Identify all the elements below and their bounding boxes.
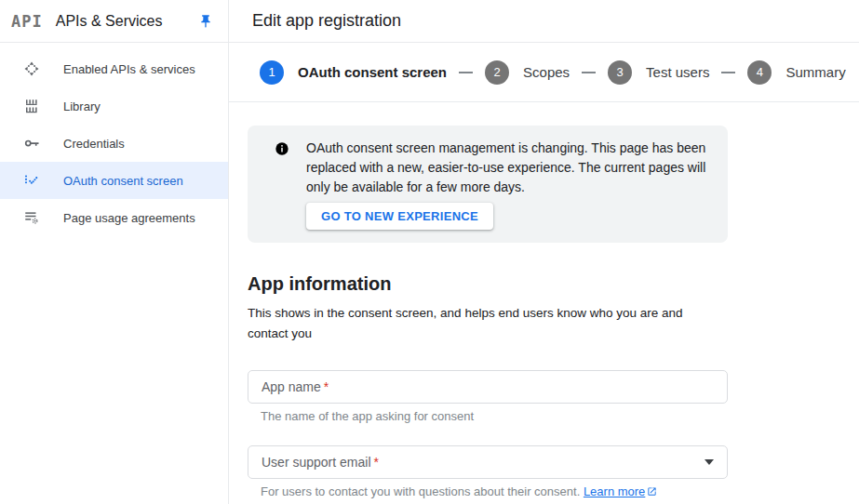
sidebar-item-label: Enabled APIs & services xyxy=(63,62,195,76)
step-number: 1 xyxy=(260,60,284,85)
main-panel: Edit app registration 1 OAuth consent sc… xyxy=(228,0,859,504)
dropdown-caret-icon xyxy=(705,459,714,465)
app-name-field-group: App name * The name of the app asking fo… xyxy=(248,370,728,423)
step-connector xyxy=(721,72,735,73)
sidebar-item-label: Library xyxy=(63,99,101,113)
banner-message: OAuth consent screen management is chang… xyxy=(306,139,713,197)
go-to-new-experience-button[interactable]: GO TO NEW EXPERIENCE xyxy=(306,203,493,230)
support-email-field-group: User support email * For users to contac… xyxy=(248,445,728,499)
step-label: Scopes xyxy=(523,64,570,80)
agreements-gear-icon xyxy=(23,209,40,226)
support-email-helper-text: For users to contact you with questions … xyxy=(261,484,580,498)
step-label: Test users xyxy=(646,64,709,80)
step-label: Summary xyxy=(785,64,845,80)
section-subtitle: This shows in the consent screen, and he… xyxy=(248,303,722,344)
external-link-icon xyxy=(647,485,657,499)
sidebar-nav: Enabled APIs & services Library Credenti… xyxy=(0,43,228,236)
app-window: API APIs & Services Enabled APIs & servi… xyxy=(0,0,859,504)
sidebar-item-label: Page usage agreements xyxy=(63,211,195,225)
app-name-label: App name xyxy=(262,379,321,394)
step-test-users[interactable]: 3 Test users xyxy=(608,60,709,85)
user-support-email-select[interactable]: User support email * xyxy=(248,445,728,479)
step-scopes[interactable]: 2 Scopes xyxy=(485,60,570,85)
step-number: 4 xyxy=(747,60,772,85)
api-logo: API xyxy=(11,12,43,31)
sidebar-item-enabled-apis[interactable]: Enabled APIs & services xyxy=(0,50,228,87)
oauth-consent-icon xyxy=(23,172,40,189)
page-header: Edit app registration xyxy=(229,0,859,43)
sidebar-item-oauth-consent-screen[interactable]: OAuth consent screen xyxy=(0,162,228,199)
notice-banner: OAuth consent screen management is chang… xyxy=(248,126,728,243)
page-title: Edit app registration xyxy=(252,11,401,31)
pin-icon[interactable] xyxy=(198,14,213,29)
stepper: 1 OAuth consent screen 2 Scopes 3 Test u… xyxy=(229,43,859,102)
step-number: 3 xyxy=(608,60,632,85)
step-summary[interactable]: 4 Summary xyxy=(747,60,845,85)
library-icon xyxy=(23,98,40,114)
sidebar-item-credentials[interactable]: Credentials xyxy=(0,125,228,162)
info-icon xyxy=(275,141,289,156)
step-connector xyxy=(582,72,596,73)
sidebar-item-page-usage-agreements[interactable]: Page usage agreements xyxy=(0,199,228,236)
apis-compass-icon xyxy=(23,60,40,77)
required-marker: * xyxy=(374,455,379,470)
step-label: OAuth consent screen xyxy=(298,64,447,80)
sidebar-item-label: OAuth consent screen xyxy=(63,174,183,188)
learn-more-link[interactable]: Learn more xyxy=(584,484,645,498)
sidebar-item-library[interactable]: Library xyxy=(0,87,228,125)
required-marker: * xyxy=(324,379,329,394)
step-number: 2 xyxy=(485,60,509,85)
app-name-input[interactable]: App name * xyxy=(248,370,728,404)
step-connector xyxy=(459,72,473,73)
support-email-helper: For users to contact you with questions … xyxy=(261,484,728,499)
step-oauth-consent-screen[interactable]: 1 OAuth consent screen xyxy=(260,60,447,85)
sidebar: API APIs & Services Enabled APIs & servi… xyxy=(0,0,228,504)
sidebar-item-label: Credentials xyxy=(63,137,125,151)
key-icon xyxy=(23,135,40,152)
content-area: OAuth consent screen management is chang… xyxy=(229,102,859,499)
sidebar-title: APIs & Services xyxy=(56,13,163,30)
app-name-helper: The name of the app asking for consent xyxy=(261,409,728,423)
sidebar-header: API APIs & Services xyxy=(0,0,228,43)
section-title: App information xyxy=(248,273,728,295)
support-email-label: User support email xyxy=(262,455,371,470)
